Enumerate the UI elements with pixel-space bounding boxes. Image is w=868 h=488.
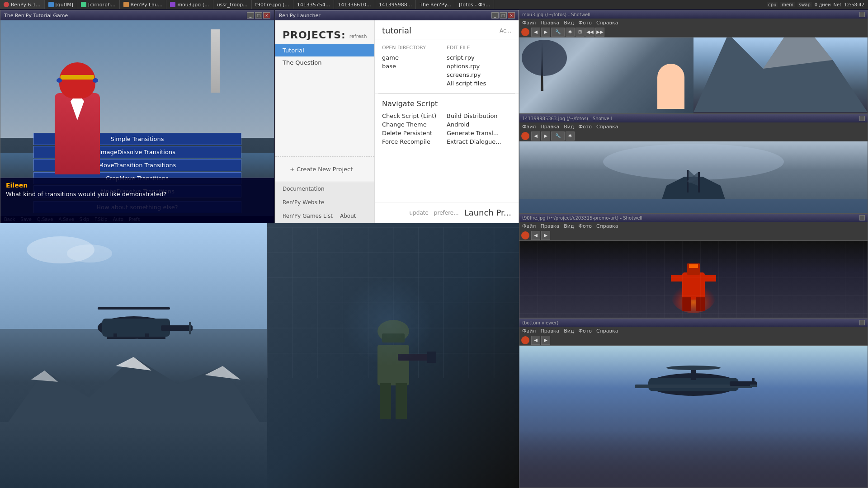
launcher-right-panel: tutorial Ac... Open Directory game base … [375, 20, 519, 223]
sw3-menu-photo[interactable]: Фото [579, 223, 592, 229]
sw2-btn-3[interactable]: 🔧 [551, 131, 565, 141]
open-base-dir[interactable]: base [382, 62, 447, 70]
clock: 12:58:42 [844, 2, 864, 7]
sw1-btn-5[interactable]: ⊞ [576, 28, 585, 37]
sw2-btn-1[interactable]: ◀ [531, 131, 540, 141]
sw2-btn-2[interactable]: ▶ [541, 131, 550, 141]
footer-games-list[interactable]: Ren'Py Games List [283, 213, 333, 219]
sw4-btn-2[interactable]: ▶ [541, 336, 550, 345]
sw2-menu-edit[interactable]: Правка [540, 124, 559, 130]
ground-fade [519, 431, 868, 488]
taskbar-item-qutim[interactable]: [qutIM] [45, 0, 78, 9]
sw4-menu-help[interactable]: Справка [596, 328, 618, 334]
sw4-btn-1[interactable]: ◀ [531, 336, 540, 345]
nav-check-script[interactable]: Check Script (Lint) [382, 112, 447, 120]
edit-all-scripts[interactable]: All script files [447, 79, 511, 88]
edit-options-rpy[interactable]: options.rpy [447, 62, 511, 70]
sw1-btn-7[interactable]: ▶▶ [595, 28, 604, 37]
mem-monitor: mem [780, 2, 795, 7]
sw1-btn-3[interactable]: 🔧 [551, 28, 565, 37]
file-actions-section: Open Directory game base Edit File scrip… [375, 39, 519, 93]
minimize-button[interactable]: _ [247, 12, 254, 19]
project-item-question[interactable]: The Question [275, 56, 374, 69]
sw3-btn-2[interactable]: ▶ [541, 231, 550, 240]
nav-force-recompile[interactable]: Force Recompile [382, 137, 447, 146]
sw2-menu-help[interactable]: Справка [596, 124, 618, 130]
sw4-menu-edit[interactable]: Правка [540, 328, 559, 334]
sw2-menu-photo[interactable]: Фото [579, 124, 592, 130]
launch-project-button[interactable]: Launch Pr... [464, 208, 511, 217]
sw1-menu-file[interactable]: Файл [522, 20, 536, 26]
open-game-dir[interactable]: game [382, 53, 447, 62]
launcher-maximize[interactable]: □ [500, 12, 507, 19]
taskbar: RenPy 6.1... [qutIM] [cirnorph... Ren'Py… [0, 0, 868, 9]
open-directory-title: Open Directory [382, 45, 447, 51]
nav-build-dist[interactable]: Build Distribution [447, 112, 511, 120]
sw1-close[interactable] [859, 12, 865, 17]
footer-about[interactable]: About [340, 213, 356, 219]
nav-change-theme[interactable]: Change Theme [382, 120, 447, 129]
nav-delete-persistent[interactable]: Delete Persistent [382, 129, 447, 137]
sw3-menu-view[interactable]: Вид [564, 223, 574, 229]
nav-script-cols: Check Script (Lint) Change Theme Delete … [382, 112, 511, 146]
sw1-btn-4[interactable]: ✱ [566, 28, 575, 37]
preferences-link[interactable]: prefere... [434, 210, 459, 216]
svg-rect-28 [98, 307, 170, 310]
sw3-menu-edit[interactable]: Правка [540, 223, 559, 229]
close-button[interactable]: × [263, 12, 270, 19]
sw2-menu-file[interactable]: Файл [522, 124, 536, 130]
shotwall-2-content [519, 141, 868, 213]
sw4-menu-file[interactable]: Файл [522, 328, 536, 334]
sw1-menu-view[interactable]: Вид [564, 20, 574, 26]
svg-rect-30 [102, 319, 170, 337]
refresh-button[interactable]: refresh [349, 33, 367, 39]
footer-documentation[interactable]: Documentation [283, 186, 325, 192]
sw2-close[interactable] [859, 116, 865, 121]
maximize-button[interactable]: □ [255, 12, 262, 19]
sw2-btn-4[interactable]: ✱ [566, 131, 575, 141]
tree-canopy [522, 40, 567, 76]
taskbar-item-img1[interactable]: 141335754... [293, 0, 334, 9]
footer-renpy-website[interactable]: Ren'Py Website [283, 199, 324, 206]
taskbar-item-t90[interactable]: t90fire.jpg (... [252, 0, 293, 9]
sw3-close[interactable] [859, 215, 865, 221]
nav-gen-transl[interactable]: Generate Transl... [447, 129, 511, 137]
sw1-btn-6[interactable]: ◀◀ [585, 28, 594, 37]
taskbar-item-img3[interactable]: 141395988... [375, 0, 416, 9]
nav-android[interactable]: Android [447, 120, 511, 129]
sw2-menu-view[interactable]: Вид [564, 124, 574, 130]
sw4-close[interactable] [859, 320, 865, 325]
update-link[interactable]: update [410, 210, 429, 216]
sw1-btn-1[interactable]: ◀ [531, 28, 540, 37]
launcher-close[interactable]: × [508, 12, 515, 19]
shotwall-window-1: mou3.jpg (/~/fotos) - Shotwell Файл Прав… [519, 10, 868, 114]
taskbar-item-fotos[interactable]: [fotos - Фа... [455, 0, 494, 9]
taskbar-item-renpy2[interactable]: The Ren'Py... [416, 0, 455, 9]
project-actions-link[interactable]: Ac... [500, 28, 511, 34]
taskbar-item-launcher[interactable]: Ren'Py Lau... [120, 0, 167, 9]
sw3-menu-help[interactable]: Справка [596, 223, 618, 229]
project-item-tutorial[interactable]: Tutorial [275, 44, 374, 56]
taskbar-item-img2[interactable]: 141336610... [334, 0, 375, 9]
taskbar-item-renpy[interactable]: RenPy 6.1... [0, 0, 45, 9]
sw3-btn-1[interactable]: ◀ [531, 231, 540, 240]
launcher-titlebar: Ren'Py Launcher _ □ × [275, 10, 519, 20]
sw1-menu-help[interactable]: Справка [596, 20, 618, 26]
create-project-button[interactable]: + Create New Project [283, 160, 367, 178]
sw1-btn-2[interactable]: ▶ [541, 28, 550, 37]
sw3-menu-file[interactable]: Файл [522, 223, 536, 229]
taskbar-item-cirnorph[interactable]: [cirnorph... [77, 0, 119, 9]
taskbar-item-ussr[interactable]: ussr_troop... [213, 0, 252, 9]
sw4-menu-view[interactable]: Вид [564, 328, 574, 334]
sw4-menu-photo[interactable]: Фото [579, 328, 592, 334]
shotwall-1-title: mou3.jpg (/~/fotos) - Shotwell [522, 12, 590, 17]
edit-script-rpy[interactable]: script.rpy [447, 53, 511, 62]
launcher-title: Ren'Py Launcher [279, 13, 321, 19]
sw1-menu-edit[interactable]: Правка [540, 20, 559, 26]
launcher-minimize[interactable]: _ [491, 12, 499, 19]
sw1-menu-photo[interactable]: Фото [579, 20, 592, 26]
nav-extract-dial[interactable]: Extract Dialogue... [447, 137, 511, 146]
edit-screens-rpy[interactable]: screens.rpy [447, 70, 511, 79]
taskbar-item-mou3[interactable]: mou3.jpg (... [166, 0, 213, 9]
grid-overlay [519, 241, 868, 318]
